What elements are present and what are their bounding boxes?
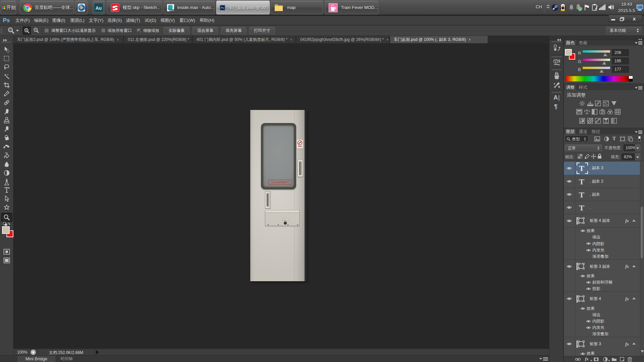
svg-text:Au: Au bbox=[96, 5, 102, 11]
svg-text:MAX: MAX bbox=[170, 9, 174, 11]
svg-text:Ps: Ps bbox=[221, 6, 224, 9]
